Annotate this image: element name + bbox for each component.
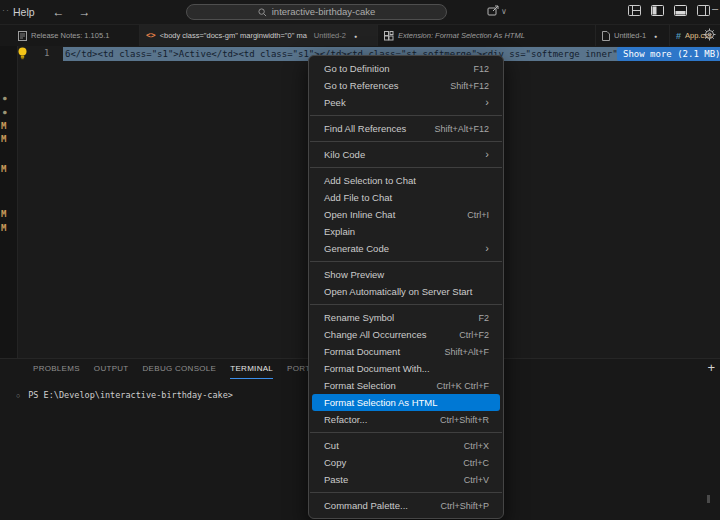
customize-layout-icon[interactable]	[628, 5, 641, 16]
modified-dot-icon[interactable]: ●	[654, 33, 657, 39]
back-icon[interactable]: ←	[53, 5, 65, 19]
tab-description: Untitled-2	[314, 31, 346, 40]
menu-item[interactable]: Command Palette... Ctrl+Shift+P ›	[309, 497, 503, 514]
tab-overflow-indicator: ··	[2, 5, 10, 15]
chat-icon[interactable]	[487, 5, 499, 17]
menu-item-shortcut: Shift+F12	[450, 81, 489, 91]
tab-label: <body class="docs-gm" marginwidth="0" ma	[160, 31, 307, 40]
menu-item[interactable]: Generate Code ›	[309, 240, 503, 257]
menu-item-label: Peek	[324, 97, 346, 108]
menu-item-shortcut: Ctrl+C	[463, 458, 489, 468]
command-center-search[interactable]: interactive-birthday-cake	[186, 4, 447, 20]
git-modified-badge: M	[1, 224, 6, 233]
menu-item[interactable]: Show Preview ›	[309, 266, 503, 283]
menu-item-label: Format Document With...	[324, 363, 430, 374]
gear-icon[interactable]	[703, 28, 716, 41]
tab-untitled-1[interactable]: Untitled-1 ●	[596, 25, 670, 46]
menu-item-label: Open Inline Chat	[324, 209, 395, 220]
modified-dot-icon[interactable]: ●	[354, 33, 357, 39]
menu-item-label: Change All Occurrences	[324, 329, 426, 340]
menu-item-shortcut: Ctrl+I	[467, 210, 489, 220]
menu-item[interactable]: Kilo Code ›	[309, 146, 503, 163]
toggle-panel-icon[interactable]	[674, 5, 687, 16]
terminal-prompt-line[interactable]: ○ PS E:\Develop\interactive-birthday-cak…	[16, 390, 233, 400]
menu-separator: ›	[309, 488, 503, 497]
tab-label: Release Notes: 1.105.1	[31, 31, 109, 40]
menu-item[interactable]: Format Selection Ctrl+K Ctrl+F ›	[309, 377, 503, 394]
vscode-window: Help ← → interactive-birthday-cake ∨	[0, 0, 720, 520]
menu-item-shortcut: F2	[478, 313, 489, 323]
menu-item-label: Format Document	[324, 346, 400, 357]
forward-icon[interactable]: →	[79, 5, 91, 19]
menu-item-label: Add Selection to Chat	[324, 175, 416, 186]
menu-item[interactable]: Copy Ctrl+C ›	[309, 454, 503, 471]
menubar-item-help[interactable]: Help	[9, 4, 39, 20]
git-modified-badge: M	[1, 165, 6, 174]
menu-item-shortcut: Ctrl+X	[464, 441, 489, 451]
menu-item[interactable]: Add Selection to Chat ›	[309, 172, 503, 189]
submenu-chevron-icon: ›	[485, 97, 489, 108]
menu-item[interactable]: Cut Ctrl+X ›	[309, 437, 503, 454]
panel-tab[interactable]: OUTPUT	[94, 359, 129, 379]
menu-item[interactable]: Open Automatically on Server Start ›	[309, 283, 503, 300]
menu-item-label: Generate Code	[324, 243, 389, 254]
menu-item-label: Paste	[324, 474, 348, 485]
tab-untitled-2[interactable]: <> <body class="docs-gm" marginwidth="0"…	[140, 25, 378, 46]
menu-item-shortcut: Ctrl+F2	[459, 330, 489, 340]
git-modified-badge: M	[1, 210, 6, 219]
menu-item-label: Format Selection As HTML	[324, 397, 438, 408]
new-terminal-icon[interactable]: +	[707, 361, 715, 374]
menu-separator: ›	[309, 300, 503, 309]
minimize-icon[interactable]: –	[712, 2, 718, 14]
terminal-prompt: PS E:\Develop\interactive-birthday-cake>	[28, 390, 233, 400]
menu-item[interactable]: Format Selection As HTML ›	[312, 394, 500, 411]
chevron-down-icon[interactable]: ∨	[501, 7, 507, 16]
menu-item-label: Find All References	[324, 123, 406, 134]
menu-item-shortcut: Shift+Alt+F12	[434, 124, 489, 134]
menu-item[interactable]: Format Document With... ›	[309, 360, 503, 377]
git-modified-badge: M	[1, 122, 6, 131]
menu-item[interactable]: Go to References Shift+F12 ›	[309, 77, 503, 94]
menu-item[interactable]: Find All References Shift+Alt+F12 ›	[309, 120, 503, 137]
menu-separator: ›	[309, 163, 503, 172]
menu-item-label: Go to References	[324, 80, 398, 91]
git-modified-badge: ●	[3, 95, 7, 101]
toggle-sidebar-left-icon[interactable]	[651, 5, 664, 16]
terminal-scrollbar[interactable]	[707, 495, 710, 503]
menu-item[interactable]: Paste Ctrl+V ›	[309, 471, 503, 488]
menu-item-label: Kilo Code	[324, 149, 365, 160]
menu-item[interactable]: Open Inline Chat Ctrl+I ›	[309, 206, 503, 223]
menu-item-label: Cut	[324, 440, 339, 451]
menu-item-shortcut: Ctrl+Shift+P	[440, 501, 489, 511]
menu-item[interactable]: Add File to Chat ›	[309, 189, 503, 206]
menu-item[interactable]: Change All Occurrences Ctrl+F2 ›	[309, 326, 503, 343]
show-more-button[interactable]: Show more (2.1 MB)	[617, 47, 720, 61]
submenu-chevron-icon: ›	[485, 243, 489, 254]
lightbulb-icon[interactable]	[17, 47, 28, 60]
menu-item-label: Refactor...	[324, 414, 367, 425]
toggle-sidebar-right-icon[interactable]	[697, 5, 710, 16]
menu-item-label: Add File to Chat	[324, 192, 392, 203]
menu-item-shortcut: F12	[473, 64, 489, 74]
tab-release-notes[interactable]: Release Notes: 1.105.1	[12, 25, 140, 46]
menu-item-label: Open Automatically on Server Start	[324, 286, 472, 297]
menu-item[interactable]: Refactor... Ctrl+Shift+R ›	[309, 411, 503, 428]
git-modified-badge: ●	[3, 109, 7, 115]
tab-label: Extension: Format Selection As HTML	[398, 31, 525, 40]
panel-tab[interactable]: PROBLEMS	[33, 359, 80, 379]
menu-item-label: Show Preview	[324, 269, 384, 280]
menu-item[interactable]: Rename Symbol F2 ›	[309, 309, 503, 326]
menu-item-label: Format Selection	[324, 380, 396, 391]
menu-separator: ›	[309, 137, 503, 146]
css-hash-icon: #	[676, 31, 681, 41]
menu-item[interactable]: Peek ›	[309, 94, 503, 111]
tab-extension-format-selection[interactable]: Extension: Format Selection As HTML	[378, 25, 596, 46]
menu-item[interactable]: Explain ›	[309, 223, 503, 240]
menu-item[interactable]: Format Document Shift+Alt+F ›	[309, 343, 503, 360]
menu-item[interactable]: Go to Definition F12 ›	[309, 60, 503, 77]
extension-icon	[384, 31, 394, 41]
panel-tab[interactable]: DEBUG CONSOLE	[143, 359, 217, 379]
menu-item-label: Copy	[324, 457, 346, 468]
panel-tab[interactable]: TERMINAL	[230, 359, 273, 379]
search-value: interactive-birthday-cake	[272, 7, 376, 17]
